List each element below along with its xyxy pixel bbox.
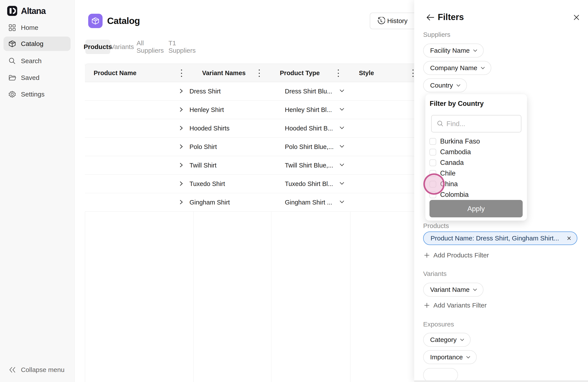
expand-row-icon[interactable]: [178, 88, 184, 94]
pill-label: Category: [430, 336, 457, 343]
collapse-menu-button[interactable]: Collapse menu: [0, 363, 74, 377]
pill-label: Company Name: [430, 64, 477, 72]
cell-product-name: Hooded Shirts: [189, 119, 230, 137]
expand-row-icon[interactable]: [178, 125, 184, 131]
column-menu-icon[interactable]: [255, 69, 263, 77]
pill-label: Importance: [430, 354, 463, 361]
chevron-down-icon[interactable]: [339, 89, 345, 93]
chevron-down-icon: [460, 338, 464, 341]
variants-section-label: Variants: [423, 270, 447, 277]
expand-row-icon[interactable]: [178, 181, 184, 186]
chevron-down-icon[interactable]: [339, 107, 345, 111]
chevron-down-icon[interactable]: [339, 200, 345, 204]
collapse-menu-label: Collapse menu: [21, 366, 64, 374]
country-option-burkina-faso: Burkina Faso: [429, 137, 480, 146]
add-products-filter-label: Add Products Filter: [433, 252, 489, 259]
add-variants-filter-label: Add Variants Filter: [433, 302, 487, 309]
cell-variant-names: Tuxedo Shirt Bl...: [285, 175, 339, 193]
country-filter-pill[interactable]: Country: [423, 78, 467, 92]
altana-logo-text: Altana: [21, 6, 45, 16]
catalog-page-icon: [88, 14, 103, 28]
add-products-filter-button[interactable]: Add Products Filter: [424, 252, 489, 259]
box-icon: [8, 40, 16, 48]
cell-product-name: Polo Shirt: [189, 138, 217, 156]
chevron-down-icon: [456, 84, 461, 87]
cell-product-name: Twill Shirt: [189, 156, 216, 174]
altana-logo: Altana: [7, 5, 68, 17]
chevron-down-icon[interactable]: [339, 126, 345, 129]
sidebar-item-label: Saved: [21, 74, 40, 82]
column-menu-icon[interactable]: [334, 69, 342, 77]
country-label: Cambodia: [440, 148, 471, 156]
cell-variant-names: Dress Shirt Blu...: [285, 82, 339, 100]
chevron-down-icon: [473, 288, 477, 291]
expand-row-icon[interactable]: [178, 162, 184, 168]
sidebar-item-settings[interactable]: Settings: [0, 87, 74, 102]
cell-variant-names: Henley Shirt Bl...: [285, 101, 339, 119]
sidebar-item-catalog[interactable]: Catalog: [0, 37, 74, 51]
expand-row-icon[interactable]: [178, 199, 184, 205]
history-label: History: [387, 17, 407, 25]
country-search-box: [431, 115, 521, 132]
search-icon: [8, 57, 16, 65]
products-section-label: Products: [423, 222, 449, 230]
close-icon[interactable]: [573, 14, 580, 21]
country-popup-title: Filter by Country: [430, 100, 484, 107]
folder-icon: [8, 74, 16, 82]
page-title: Catalog: [107, 16, 140, 26]
column-header-product-name: Product Name: [94, 64, 137, 82]
country-label: Canada: [440, 159, 464, 167]
importance-filter-pill[interactable]: Importance: [423, 350, 477, 364]
expand-row-icon[interactable]: [178, 107, 184, 112]
cell-product-name: Henley Shirt: [189, 101, 224, 119]
cell-product-name: Dress Shirt: [189, 82, 221, 100]
column-header-style: Style: [359, 64, 374, 82]
tab-t1-suppliers[interactable]: T1 Suppliers: [169, 40, 195, 54]
country-option-cambodia: Cambodia: [429, 147, 471, 157]
sidebar-item-label: Home: [21, 24, 38, 31]
sidebar-item-home[interactable]: Home: [0, 21, 74, 35]
partial-filter-pill[interactable]: [423, 368, 458, 382]
country-option-canada: Canada: [429, 158, 464, 168]
pill-label: Country: [430, 82, 453, 89]
cell-variant-names: Hooded Shirt B...: [285, 119, 339, 137]
back-arrow-icon[interactable]: [426, 13, 435, 22]
expand-row-icon[interactable]: [178, 144, 184, 149]
apply-button[interactable]: Apply: [429, 200, 523, 217]
chevron-down-icon: [481, 66, 485, 69]
country-checkbox[interactable]: [429, 159, 436, 166]
company-name-filter-pill[interactable]: Company Name: [423, 61, 491, 75]
product-name-filter-chip[interactable]: Product Name: Dress Shirt, Gingham Shirt…: [423, 232, 577, 245]
country-checkbox[interactable]: [429, 149, 436, 155]
tab-variants[interactable]: Variants: [114, 40, 131, 54]
column-menu-icon[interactable]: [177, 69, 185, 77]
add-variants-filter-button[interactable]: Add Variants Filter: [424, 302, 487, 309]
variant-name-filter-pill[interactable]: Variant Name: [423, 283, 483, 297]
sidebar-item-label: Catalog: [21, 40, 43, 47]
column-header-variant-names: Variant Names: [202, 64, 246, 82]
tab-label: All Suppliers: [137, 40, 165, 54]
cell-variant-names: Gingham Shirt ...: [285, 193, 339, 212]
country-search-input[interactable]: [446, 115, 519, 132]
chevron-down-icon[interactable]: [339, 163, 345, 167]
chevron-down-icon[interactable]: [339, 145, 345, 148]
search-icon: [437, 120, 444, 127]
remove-filter-icon[interactable]: [567, 236, 572, 241]
history-clock-icon: [377, 17, 385, 25]
cell-product-name: Tuxedo Shirt: [189, 175, 225, 193]
sidebar-item-label: Settings: [21, 91, 44, 98]
facility-name-filter-pill[interactable]: Facility Name: [423, 43, 484, 58]
click-highlight-ring: [423, 173, 445, 195]
chevron-down-icon: [473, 49, 478, 52]
sidebar-item-saved[interactable]: Saved: [0, 71, 74, 85]
filter-chip-label: Product Name: Dress Shirt, Gingham Shirt…: [431, 234, 563, 242]
sidebar-item-search[interactable]: Search: [0, 54, 74, 68]
category-filter-pill[interactable]: Category: [423, 333, 471, 347]
tab-all-suppliers[interactable]: All Suppliers: [137, 40, 165, 54]
apply-label: Apply: [467, 205, 485, 213]
country-checkbox[interactable]: [429, 138, 436, 145]
tab-label: T1 Suppliers: [168, 40, 196, 54]
chevron-down-icon[interactable]: [339, 182, 345, 185]
tab-products[interactable]: Products: [85, 40, 110, 54]
sidebar-item-label: Search: [21, 57, 42, 65]
